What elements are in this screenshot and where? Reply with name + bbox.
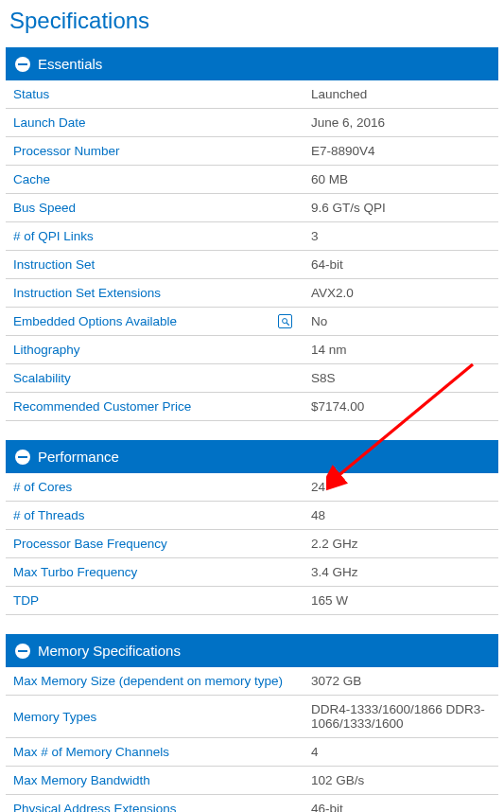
- spec-row: Instruction Set64-bit: [6, 251, 498, 279]
- spec-value: $7174.00: [304, 393, 498, 420]
- spec-label[interactable]: Recommended Customer Price: [6, 393, 304, 420]
- collapse-icon: [15, 644, 30, 659]
- spec-label[interactable]: Max Memory Bandwidth: [6, 767, 304, 794]
- spec-row: # of QPI Links3: [6, 222, 498, 251]
- spec-value: 4: [304, 738, 498, 766]
- spec-value: S8S: [304, 364, 498, 392]
- spec-value: 24: [304, 473, 498, 501]
- spec-label-text: Lithography: [13, 343, 80, 357]
- collapse-icon: [15, 57, 30, 72]
- spec-value: 3: [304, 222, 498, 250]
- spec-label-text: Max # of Memory Channels: [13, 745, 169, 759]
- spec-label[interactable]: TDP: [6, 587, 304, 614]
- spec-label[interactable]: Instruction Set Extensions: [6, 279, 304, 307]
- section-header-memory[interactable]: Memory Specifications: [6, 634, 498, 667]
- spec-row: Recommended Customer Price$7174.00: [6, 393, 498, 421]
- svg-line-1: [287, 323, 289, 326]
- spec-label-text: TDP: [13, 593, 39, 608]
- spec-value: E7-8890V4: [304, 137, 498, 165]
- section-performance: Performance # of Cores24# of Threads48Pr…: [6, 440, 498, 615]
- spec-label[interactable]: Memory Types: [6, 703, 304, 731]
- spec-label[interactable]: Instruction Set: [6, 251, 304, 278]
- spec-value: 9.6 GT/s QPI: [304, 194, 498, 221]
- spec-row: Max Memory Bandwidth102 GB/s: [6, 767, 498, 795]
- spec-label-text: Memory Types: [13, 710, 96, 724]
- spec-label[interactable]: Physical Address Extensions: [6, 795, 304, 812]
- section-body-performance: # of Cores24# of Threads48Processor Base…: [6, 473, 498, 615]
- spec-row: Processor Base Frequency2.2 GHz: [6, 530, 498, 558]
- collapse-icon: [15, 450, 30, 465]
- spec-label[interactable]: Status: [6, 80, 304, 108]
- spec-label[interactable]: Max Turbo Frequency: [6, 558, 304, 586]
- spec-label-text: Processor Number: [13, 144, 120, 158]
- spec-value: AVX2.0: [304, 279, 498, 307]
- spec-row: Embedded Options AvailableNo: [6, 308, 498, 336]
- spec-label-text: Instruction Set: [13, 257, 95, 272]
- spec-label[interactable]: Lithography: [6, 336, 304, 363]
- spec-value: DDR4-1333/1600/1866 DDR3-1066/1333/1600: [304, 696, 498, 737]
- spec-row: Memory TypesDDR4-1333/1600/1866 DDR3-106…: [6, 696, 498, 738]
- spec-row: Processor NumberE7-8890V4: [6, 137, 498, 166]
- spec-label[interactable]: # of Cores: [6, 473, 304, 501]
- section-body-essentials: StatusLaunchedLaunch DateJune 6, 2016Pro…: [6, 80, 498, 421]
- spec-row: # of Threads48: [6, 502, 498, 530]
- spec-label[interactable]: # of Threads: [6, 502, 304, 529]
- spec-label-text: Scalability: [13, 371, 71, 385]
- spec-label-text: Processor Base Frequency: [13, 537, 167, 551]
- spec-label-text: Recommended Customer Price: [13, 399, 191, 414]
- section-memory: Memory Specifications Max Memory Size (d…: [6, 634, 498, 812]
- spec-row: Max Memory Size (dependent on memory typ…: [6, 667, 498, 696]
- spec-row: Max Turbo Frequency3.4 GHz: [6, 558, 498, 587]
- spec-row: Instruction Set ExtensionsAVX2.0: [6, 279, 498, 308]
- spec-value: 14 nm: [304, 336, 498, 363]
- spec-row: Launch DateJune 6, 2016: [6, 109, 498, 137]
- spec-row: StatusLaunched: [6, 80, 498, 109]
- spec-label[interactable]: Max # of Memory Channels: [6, 738, 304, 766]
- spec-label-text: # of Threads: [13, 508, 85, 522]
- spec-row: # of Cores24: [6, 473, 498, 502]
- spec-label-text: Cache: [13, 172, 50, 186]
- spec-label[interactable]: Cache: [6, 166, 304, 193]
- spec-label-text: Max Turbo Frequency: [13, 565, 137, 579]
- spec-label-text: Physical Address Extensions: [13, 802, 177, 812]
- section-title: Performance: [38, 449, 119, 465]
- spec-value: 60 MB: [304, 166, 498, 193]
- search-icon[interactable]: [278, 314, 292, 328]
- page-title: Specifications: [0, 0, 504, 47]
- spec-label[interactable]: Processor Base Frequency: [6, 530, 304, 557]
- svg-point-0: [282, 318, 287, 323]
- spec-value: 165 W: [304, 587, 498, 614]
- section-body-memory: Max Memory Size (dependent on memory typ…: [6, 667, 498, 812]
- section-header-performance[interactable]: Performance: [6, 440, 498, 473]
- spec-label[interactable]: Bus Speed: [6, 194, 304, 221]
- spec-value: June 6, 2016: [304, 109, 498, 136]
- spec-value: 46-bit: [304, 795, 498, 812]
- spec-label[interactable]: Launch Date: [6, 109, 304, 136]
- spec-label-text: Launch Date: [13, 115, 86, 130]
- section-header-essentials[interactable]: Essentials: [6, 47, 498, 80]
- spec-label[interactable]: # of QPI Links: [6, 222, 304, 250]
- spec-value: 3072 GB: [304, 667, 498, 695]
- spec-value: 2.2 GHz: [304, 530, 498, 557]
- section-title: Memory Specifications: [38, 643, 181, 659]
- spec-row: Max # of Memory Channels4: [6, 738, 498, 767]
- spec-label-text: Instruction Set Extensions: [13, 286, 161, 300]
- spec-label-text: Bus Speed: [13, 201, 76, 215]
- spec-label[interactable]: Max Memory Size (dependent on memory typ…: [6, 667, 304, 695]
- spec-value: Launched: [304, 80, 498, 108]
- spec-row: Bus Speed9.6 GT/s QPI: [6, 194, 498, 222]
- spec-label-text: Status: [13, 87, 49, 101]
- spec-value: 3.4 GHz: [304, 558, 498, 586]
- spec-label-text: Max Memory Size (dependent on memory typ…: [13, 674, 283, 688]
- spec-label-text: Max Memory Bandwidth: [13, 773, 150, 787]
- spec-value: 48: [304, 502, 498, 529]
- spec-value: No: [304, 308, 498, 335]
- spec-label[interactable]: Embedded Options Available: [6, 308, 304, 335]
- spec-label-text: Embedded Options Available: [13, 314, 177, 328]
- spec-label[interactable]: Scalability: [6, 364, 304, 392]
- spec-row: Lithography14 nm: [6, 336, 498, 364]
- spec-label-text: # of QPI Links: [13, 229, 94, 243]
- spec-row: Physical Address Extensions46-bit: [6, 795, 498, 812]
- spec-label[interactable]: Processor Number: [6, 137, 304, 165]
- spec-row: TDP165 W: [6, 587, 498, 615]
